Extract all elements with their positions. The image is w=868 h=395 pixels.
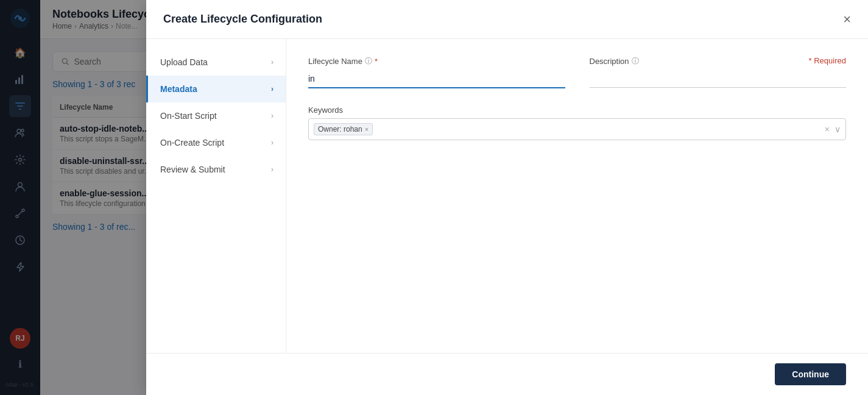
keywords-clear-button[interactable]: ×: [825, 124, 830, 134]
nav-label-metadata: Metadata: [160, 84, 197, 94]
lifecycle-name-group: Lifecycle Name ⓘ *: [308, 56, 565, 88]
modal-close-button[interactable]: ×: [843, 13, 851, 26]
nav-item-upload-data[interactable]: Upload Data ›: [146, 49, 286, 76]
nav-chevron-on-create-script: ›: [271, 138, 273, 147]
nav-chevron-metadata: ›: [271, 85, 273, 93]
continue-button[interactable]: Continue: [775, 363, 846, 385]
keywords-actions: × ∨: [825, 124, 841, 134]
description-group: Description ⓘ: [590, 56, 847, 88]
description-info-icon[interactable]: ⓘ: [632, 56, 639, 66]
nav-chevron-on-start-script: ›: [271, 112, 273, 120]
description-input[interactable]: [590, 70, 847, 88]
keywords-label: Keywords: [308, 105, 846, 115]
modal-header: Create Lifecycle Configuration ×: [146, 0, 868, 39]
description-label: Description ⓘ: [590, 56, 847, 66]
modal-left-nav: Upload Data › Metadata › On-Start Script…: [146, 39, 286, 353]
modal-title: Create Lifecycle Configuration: [163, 13, 322, 26]
keywords-group: Keywords Owner: rohan × × ∨: [308, 105, 846, 140]
keywords-tag-text: Owner: rohan: [318, 125, 362, 133]
nav-label-upload-data: Upload Data: [160, 57, 208, 67]
nav-chevron-upload-data: ›: [271, 58, 273, 66]
form-area: * Required Lifecycle Name ⓘ *: [286, 39, 868, 353]
lifecycle-name-info-icon[interactable]: ⓘ: [365, 56, 372, 66]
modal: Create Lifecycle Configuration × Upload …: [146, 0, 868, 395]
nav-label-on-start-script: On-Start Script: [160, 111, 217, 121]
required-label: * Required: [809, 56, 846, 65]
lifecycle-name-label: Lifecycle Name ⓘ *: [308, 56, 565, 66]
keywords-tag: Owner: rohan ×: [314, 123, 373, 135]
modal-footer: Continue: [146, 353, 868, 395]
lifecycle-name-required-star: *: [375, 57, 378, 66]
keywords-field[interactable]: Owner: rohan × × ∨: [308, 118, 846, 140]
nav-item-metadata[interactable]: Metadata ›: [146, 76, 286, 102]
nav-label-review-submit: Review & Submit: [160, 165, 225, 174]
modal-body: Upload Data › Metadata › On-Start Script…: [146, 39, 868, 353]
nav-chevron-review-submit: ›: [271, 165, 273, 174]
nav-item-on-start-script[interactable]: On-Start Script ›: [146, 102, 286, 129]
form-row-1: Lifecycle Name ⓘ * Description ⓘ: [308, 56, 846, 88]
nav-item-review-submit[interactable]: Review & Submit ›: [146, 156, 286, 183]
keywords-tag-remove[interactable]: ×: [365, 126, 369, 133]
nav-label-on-create-script: On-Create Script: [160, 138, 224, 148]
nav-item-on-create-script[interactable]: On-Create Script ›: [146, 129, 286, 156]
keywords-toggle-button[interactable]: ∨: [834, 124, 841, 134]
lifecycle-name-input[interactable]: [308, 70, 565, 87]
modal-overlay[interactable]: Create Lifecycle Configuration × Upload …: [0, 0, 868, 395]
